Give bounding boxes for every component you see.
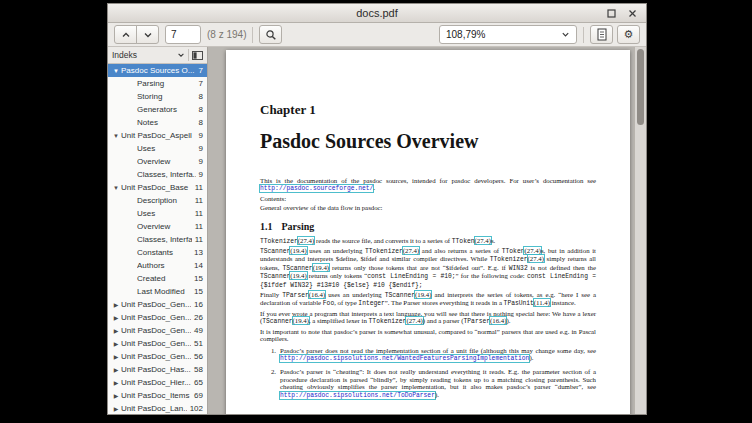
index-entry[interactable]: Uses9 [108, 142, 207, 155]
pdf-cross-reference[interactable]: (19.4) [415, 291, 431, 298]
pdf-cross-reference[interactable]: (19.4) [293, 317, 309, 324]
index-entry[interactable]: ▶Unit PasDoc_Gen...51 [108, 337, 207, 350]
index-entry[interactable]: Overview11 [108, 220, 207, 233]
index-entry[interactable]: Storing8 [108, 90, 207, 103]
pdf-cross-reference[interactable]: (27.4) [524, 247, 540, 254]
sidebar: Indeks ▼Pasdoc Sources O...7Parsing7Stor… [108, 47, 208, 414]
pdf-cross-reference[interactable]: (27.4) [528, 255, 544, 262]
index-entry[interactable]: ▶Unit PasDoc_Gen...16 [108, 298, 207, 311]
pdf-paragraph: If you ever wrote a program that interpr… [260, 310, 596, 326]
index-entry[interactable]: ▶Unit PasDoc_Gen...26 [108, 311, 207, 324]
pdf-cross-reference[interactable]: (19.4) [290, 272, 306, 279]
window-maximize-button[interactable] [605, 7, 618, 20]
pdf-chapter-label: Chapter 1 [260, 102, 596, 118]
toolbar-separator [583, 27, 584, 43]
index-entry[interactable]: ▶Unit PasDoc_Gen...49 [108, 324, 207, 337]
page-view-button[interactable] [590, 25, 613, 44]
pdf-text: Pasdoc’s parser does not read the implem… [280, 347, 596, 354]
tree-expand-icon[interactable]: ▶ [111, 392, 121, 399]
index-entry[interactable]: Parsing7 [108, 77, 207, 90]
search-button[interactable] [259, 25, 282, 44]
tree-expand-icon[interactable]: ▶ [111, 405, 121, 412]
sidebar-toggle-button[interactable] [192, 51, 203, 60]
next-page-button[interactable] [136, 25, 159, 44]
pdf-text: Foo [323, 300, 334, 307]
window-title: docs.pdf [108, 7, 646, 19]
document-view[interactable]: Chapter 1 Pasdoc Sources Overview This i… [208, 47, 646, 414]
pdf-text: TTokenizer [369, 318, 407, 325]
window-titlebar[interactable]: docs.pdf [108, 4, 646, 23]
index-entry[interactable]: Constants13 [108, 246, 207, 259]
pdf-cross-reference[interactable]: (16.4) [309, 291, 325, 298]
page-icon [597, 28, 607, 41]
pdf-text: TToken [452, 238, 475, 245]
pdf-cross-reference[interactable]: (27.4) [406, 317, 422, 324]
index-entry-page: 9 [196, 170, 207, 179]
index-entry[interactable]: ▶Unit PasDoc_Lan...102 [108, 402, 207, 414]
index-entry[interactable]: ▶Unit PasDoc_Hier...65 [108, 376, 207, 389]
index-entry[interactable]: Overview9 [108, 155, 207, 168]
window-close-button[interactable] [626, 7, 639, 20]
sidebar-mode-dropdown[interactable] [177, 51, 185, 59]
pdf-text: Pasdoc’s parser is “cheating”: It does n… [280, 368, 596, 390]
index-entry-label: Parsing [137, 79, 196, 88]
pdf-link[interactable]: http://pasdoc.sipsolutions.net/WantedFea… [280, 355, 529, 362]
index-entry[interactable]: ▼Pasdoc Sources O...7 [108, 64, 207, 77]
index-entry-label: Last Modified [137, 287, 191, 296]
tree-expand-icon[interactable]: ▶ [111, 301, 121, 308]
page-number-input[interactable] [165, 25, 201, 44]
settings-menu-button[interactable]: ⚙ [617, 25, 640, 44]
pdf-cross-reference[interactable]: (19.4) [313, 264, 329, 271]
vertical-scrollbar[interactable] [634, 47, 646, 414]
page-count-label: (8 z 194) [207, 29, 246, 40]
index-entry[interactable]: Notes8 [108, 116, 207, 129]
index-entry-label: Classes, Interfa... [137, 235, 192, 244]
index-entry[interactable]: ▶Unit PasDoc_Gen...56 [108, 350, 207, 363]
index-entry[interactable]: ▶Unit PasDoc_Has...58 [108, 363, 207, 376]
pdf-cross-reference[interactable]: (11.4) [534, 299, 550, 306]
tree-expand-icon[interactable]: ▶ [111, 314, 121, 321]
toolbar: (8 z 194) 108,79% ⚙ [108, 23, 646, 47]
index-entry-label: Unit PasDoc_Lan... [121, 404, 187, 413]
tree-expand-icon[interactable]: ▶ [111, 366, 121, 373]
index-entry[interactable]: Generators8 [108, 103, 207, 116]
tree-expand-icon[interactable]: ▶ [111, 327, 121, 334]
pdf-text: uses an underlying [325, 291, 385, 298]
tree-expand-icon[interactable]: ▶ [111, 340, 121, 347]
tree-expand-icon[interactable]: ▶ [111, 379, 121, 386]
pdf-link[interactable]: http://pasdoc.sourceforge.net/ [260, 185, 373, 192]
tree-collapse-icon[interactable]: ▼ [111, 133, 121, 139]
scrollbar-thumb[interactable] [637, 49, 644, 125]
index-entry[interactable]: Classes, Interfa...9 [108, 168, 207, 181]
tree-collapse-icon[interactable]: ▼ [111, 185, 121, 191]
pdf-cross-reference[interactable]: (27.4) [475, 237, 491, 244]
pdf-cross-reference[interactable]: (27.4) [403, 247, 419, 254]
pdf-cross-reference[interactable]: (16.4) [490, 317, 506, 324]
pdf-text: returns only tokens “ [307, 272, 368, 279]
pdf-link[interactable]: http://pasdoc.sipsolutions.net/ToDoParse… [280, 392, 435, 399]
zoom-level-value: 108,79% [446, 29, 561, 40]
zoom-level-combobox[interactable]: 108,79% [439, 25, 577, 44]
pdf-text: const LineEnding = #10; [367, 273, 455, 280]
index-entry[interactable]: Classes, Interfa...11 [108, 233, 207, 246]
index-entry[interactable]: Created15 [108, 272, 207, 285]
pdf-text: TTokenizer [260, 238, 298, 245]
index-entry[interactable]: ▶Unit PasDoc_Items69 [108, 389, 207, 402]
pdf-cross-reference[interactable]: (19.4) [290, 247, 306, 254]
index-entry[interactable]: Uses11 [108, 207, 207, 220]
pdf-text: TTokenizer [365, 248, 403, 255]
pdf-paragraph: TScanner(19.4) uses an underlying TToken… [260, 247, 596, 289]
index-entry[interactable]: Last Modified15 [108, 285, 207, 298]
index-entry[interactable]: Authors14 [108, 259, 207, 272]
tree-collapse-icon[interactable]: ▼ [111, 68, 121, 74]
pdf-paragraph: Finally TParser(16.4) uses an underlying… [260, 291, 596, 308]
index-entry[interactable]: Description11 [108, 194, 207, 207]
index-entry[interactable]: ▼Unit PasDoc_Aspell9 [108, 129, 207, 142]
pdf-text: and also returns a series of [419, 247, 502, 254]
previous-page-button[interactable] [114, 25, 137, 44]
pdf-intro-paragraph: This is the documentation of the pasdoc … [260, 177, 596, 193]
index-entry[interactable]: ▼Unit PasDoc_Base11 [108, 181, 207, 194]
pdf-cross-reference[interactable]: (27.4) [298, 237, 314, 244]
tree-expand-icon[interactable]: ▶ [111, 353, 121, 360]
sidebar-header-separator [188, 49, 189, 61]
